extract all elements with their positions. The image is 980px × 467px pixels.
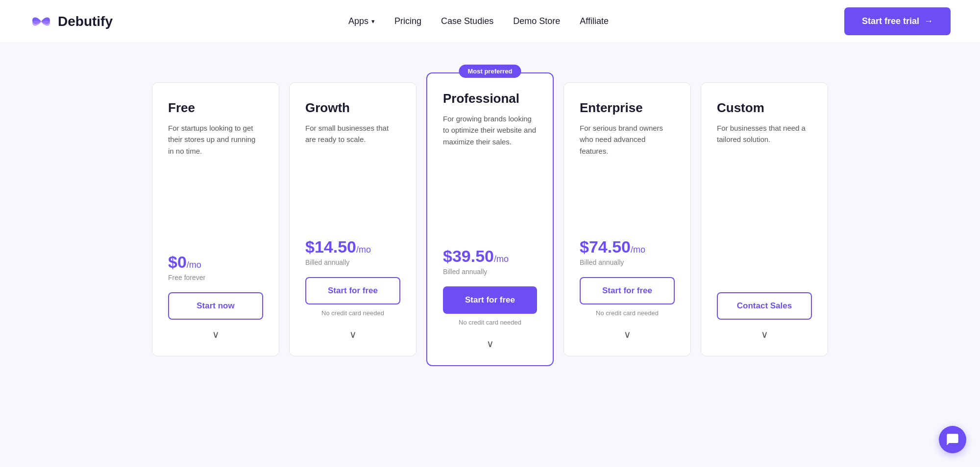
- main-content: FreeFor startups looking to get their st…: [0, 43, 980, 405]
- nav-link-pricing[interactable]: Pricing: [394, 16, 421, 26]
- plan-cta-professional[interactable]: Start for free: [443, 286, 537, 314]
- nav-item-case-studies[interactable]: Case Studies: [441, 16, 493, 26]
- plan-cta-enterprise[interactable]: Start for free: [580, 277, 675, 304]
- plan-name-free: Free: [168, 100, 263, 116]
- plan-billing-free: Free forever: [168, 274, 263, 281]
- pricing-card-professional: Most preferredProfessionalFor growing br…: [426, 72, 554, 366]
- logo-icon: [29, 10, 53, 33]
- plan-name-enterprise: Enterprise: [580, 100, 675, 116]
- plan-desc-professional: For growing brands looking to optimize t…: [443, 113, 537, 235]
- pricing-card-free: FreeFor startups looking to get their st…: [152, 82, 279, 356]
- no-cc-text-enterprise: No credit card needed: [580, 309, 675, 317]
- plan-desc-growth: For small businesses that are ready to s…: [305, 122, 400, 226]
- nav-item-pricing[interactable]: Pricing: [394, 16, 421, 26]
- nav-link-affiliate[interactable]: Affiliate: [580, 16, 609, 26]
- most-preferred-badge: Most preferred: [459, 65, 521, 78]
- plan-cta-custom[interactable]: Contact Sales: [717, 292, 812, 320]
- logo-text: Debutify: [58, 14, 113, 29]
- start-free-trial-button[interactable]: Start free trial →: [844, 7, 951, 35]
- pricing-card-enterprise: EnterpriseFor serious brand owners who n…: [564, 82, 691, 356]
- plan-price-growth: $14.50/mo: [305, 237, 400, 257]
- plan-cta-growth[interactable]: Start for free: [305, 277, 400, 304]
- plan-billing-professional: Billed annually: [443, 268, 537, 276]
- pricing-grid: FreeFor startups looking to get their st…: [39, 82, 941, 366]
- nav-link-apps[interactable]: Apps ▾: [348, 16, 375, 26]
- plan-desc-free: For startups looking to get their stores…: [168, 122, 263, 241]
- expand-icon-enterprise[interactable]: ∨: [580, 325, 675, 340]
- nav-link-demo-store[interactable]: Demo Store: [513, 16, 560, 26]
- arrow-icon: →: [924, 16, 933, 26]
- expand-icon-professional[interactable]: ∨: [443, 334, 537, 350]
- pricing-card-growth: GrowthFor small businesses that are read…: [289, 82, 416, 356]
- plan-price-professional: $39.50/mo: [443, 247, 537, 266]
- plan-price-enterprise: $74.50/mo: [580, 237, 675, 257]
- no-cc-text-professional: No credit card needed: [443, 319, 537, 326]
- plan-desc-custom: For businesses that need a tailored solu…: [717, 122, 812, 280]
- expand-icon-free[interactable]: ∨: [168, 325, 263, 340]
- plan-price-free: $0/mo: [168, 253, 263, 272]
- nav-item-demo-store[interactable]: Demo Store: [513, 16, 560, 26]
- plan-cta-free[interactable]: Start now: [168, 292, 263, 320]
- plan-name-professional: Professional: [443, 91, 537, 106]
- plan-desc-enterprise: For serious brand owners who need advanc…: [580, 122, 675, 226]
- nav-link-case-studies[interactable]: Case Studies: [441, 16, 493, 26]
- expand-icon-custom[interactable]: ∨: [717, 325, 812, 340]
- nav-item-affiliate[interactable]: Affiliate: [580, 16, 609, 26]
- plan-name-custom: Custom: [717, 100, 812, 116]
- expand-icon-growth[interactable]: ∨: [305, 325, 400, 340]
- plan-billing-enterprise: Billed annually: [580, 258, 675, 266]
- logo-link[interactable]: Debutify: [29, 10, 113, 33]
- nav-item-apps[interactable]: Apps ▾: [348, 16, 375, 26]
- plan-billing-growth: Billed annually: [305, 258, 400, 266]
- pricing-card-custom: CustomFor businesses that need a tailore…: [701, 82, 828, 356]
- navbar: Debutify Apps ▾ Pricing Case Studies Dem…: [0, 0, 980, 43]
- no-cc-text-growth: No credit card needed: [305, 309, 400, 317]
- chevron-down-icon: ▾: [371, 18, 375, 25]
- nav-links: Apps ▾ Pricing Case Studies Demo Store A…: [348, 16, 609, 26]
- plan-name-growth: Growth: [305, 100, 400, 116]
